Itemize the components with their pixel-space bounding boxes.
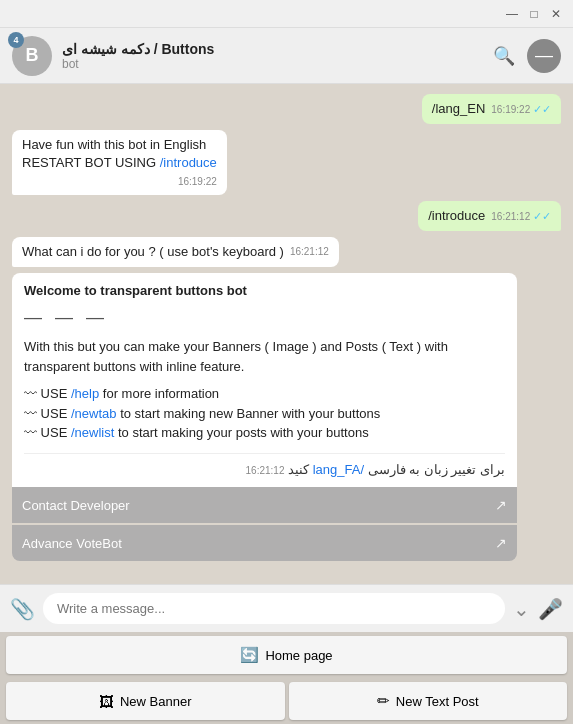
- introduce-link[interactable]: /introduce: [160, 155, 217, 170]
- tick-icon: ✓✓: [533, 103, 551, 115]
- body-text: With this but you can make your Banners …: [24, 337, 505, 376]
- help-lines: 〰 USE /help for more information 〰 USE /…: [24, 384, 505, 443]
- message-input[interactable]: [43, 593, 505, 624]
- welcome-text: Welcome to transparent buttons bot: [24, 281, 505, 301]
- message-time: 16:21:12 ✓✓: [491, 209, 551, 224]
- search-button[interactable]: 🔍: [493, 45, 515, 67]
- external-link-icon-2: ↗: [495, 535, 507, 551]
- persian-section: برای تغییر زبان به فارسی /lang_FA کنید 1…: [24, 453, 505, 480]
- message-text-2: RESTART BOT USING /introduce: [22, 154, 217, 172]
- new-banner-icon: 🖼: [99, 693, 114, 710]
- message-time: 16:19:22 ✓✓: [491, 102, 551, 117]
- profile-avatar[interactable]: —: [527, 39, 561, 73]
- button-label: Advance VoteBot: [22, 536, 122, 551]
- lang-fa-link[interactable]: /lang_FA: [313, 462, 364, 477]
- message-incoming-1: Have fun with this bot in English RESTAR…: [12, 130, 227, 194]
- minimize-button[interactable]: —: [503, 5, 521, 23]
- keyboard-row-home: 🔄 Home page: [0, 632, 573, 678]
- button-label: Contact Developer: [22, 498, 130, 513]
- newlist-link[interactable]: /newlist: [71, 425, 114, 440]
- inline-buttons: Contact Developer ↗ Advance VoteBot ↗: [12, 487, 517, 561]
- title-bar: — □ ✕: [0, 0, 573, 28]
- avatar-badge: 4: [8, 32, 24, 48]
- bot-bubble: Welcome to transparent buttons bot — — —…: [12, 273, 517, 488]
- message-outgoing-1: /lang_EN 16:19:22 ✓✓: [422, 94, 561, 124]
- maximize-button[interactable]: □: [525, 5, 543, 23]
- message-incoming-2: What can i do for you ? ( use bot's keyb…: [12, 237, 339, 267]
- message-text: /lang_EN: [432, 101, 485, 116]
- keyboard-row-bottom: 🖼 New Banner ✏ New Text Post: [0, 678, 573, 724]
- external-link-icon: ↗: [495, 497, 507, 513]
- contact-developer-button[interactable]: Contact Developer ↗: [12, 487, 517, 523]
- newtab-link[interactable]: /newtab: [71, 406, 117, 421]
- persian-text: برای تغییر زبان به فارسی /lang_FA کنید 1…: [24, 460, 505, 480]
- home-page-icon: 🔄: [240, 646, 259, 664]
- chat-area: /lang_EN 16:19:22 ✓✓ Have fun with this …: [0, 84, 573, 584]
- scroll-down-button[interactable]: ⌄: [513, 597, 530, 621]
- avatar: 4 B: [12, 36, 52, 76]
- new-banner-label: New Banner: [120, 694, 192, 709]
- header-info: Buttons / دکمه شیشه ای bot: [62, 41, 493, 71]
- message-time: 16:21:12: [246, 465, 285, 476]
- dashes: — — —: [24, 304, 505, 331]
- new-text-post-label: New Text Post: [396, 694, 479, 709]
- home-page-button[interactable]: 🔄 Home page: [6, 636, 567, 674]
- input-area: 📎 ⌄ 🎤: [0, 584, 573, 632]
- chat-header: 4 B Buttons / دکمه شیشه ای bot 🔍 —: [0, 28, 573, 84]
- message-text: What can i do for you ? ( use bot's keyb…: [22, 244, 284, 259]
- close-button[interactable]: ✕: [547, 5, 565, 23]
- chat-subtitle: bot: [62, 57, 493, 71]
- mic-icon[interactable]: 🎤: [538, 597, 563, 621]
- home-page-label: Home page: [265, 648, 332, 663]
- new-text-post-icon: ✏: [377, 692, 390, 710]
- attach-icon[interactable]: 📎: [10, 597, 35, 621]
- advance-votebot-button[interactable]: Advance VoteBot ↗: [12, 525, 517, 561]
- message-text: Have fun with this bot in English: [22, 136, 217, 154]
- message-text: /introduce: [428, 208, 485, 223]
- message-time: 16:19:22: [178, 175, 217, 189]
- tick-icon-2: ✓✓: [533, 210, 551, 222]
- help-link[interactable]: /help: [71, 386, 99, 401]
- message-outgoing-2: /introduce 16:21:12 ✓✓: [418, 201, 561, 231]
- message-time: 16:21:12: [290, 245, 329, 259]
- chat-title: Buttons / دکمه شیشه ای: [62, 41, 493, 57]
- header-actions: 🔍 —: [493, 39, 561, 73]
- bot-message-block: Welcome to transparent buttons bot — — —…: [12, 273, 517, 562]
- new-text-post-button[interactable]: ✏ New Text Post: [289, 682, 568, 720]
- new-banner-button[interactable]: 🖼 New Banner: [6, 682, 285, 720]
- keyboard-area: 🔄 Home page 🖼 New Banner ✏ New Text Post: [0, 632, 573, 724]
